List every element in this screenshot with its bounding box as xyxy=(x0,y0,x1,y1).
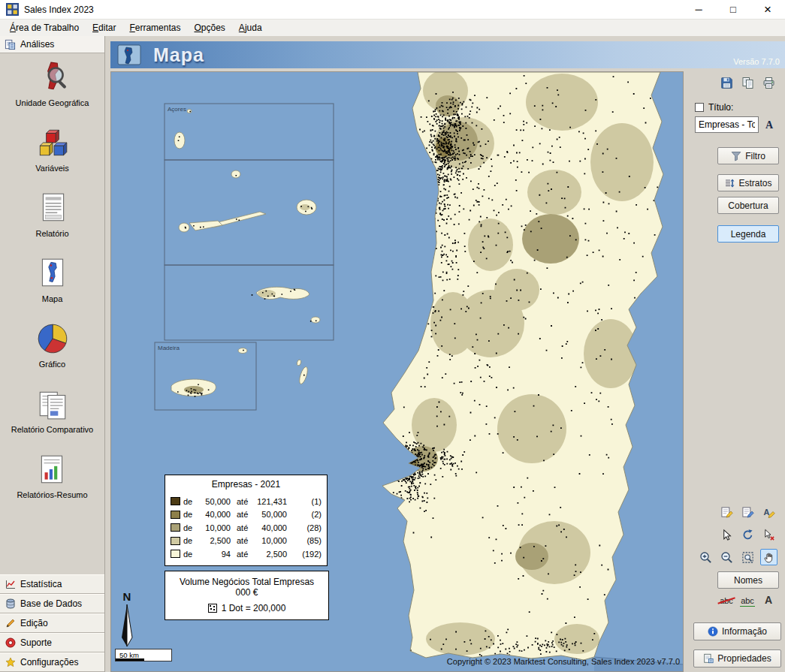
sidebar-item-cubes[interactable]: Variáveis xyxy=(0,123,104,188)
sidebar-item-geo-unit[interactable]: Unidade Geográfica xyxy=(0,58,104,123)
map-copyright: Copyright © 2023 Marktest Consulting, Sa… xyxy=(447,657,680,666)
sidebar-item-pie-chart[interactable]: Gráfico xyxy=(0,319,104,384)
compass-needle-icon xyxy=(118,603,136,649)
filter-icon xyxy=(731,151,741,161)
tool-zoom-in-button[interactable] xyxy=(697,549,714,565)
legend-swatch xyxy=(171,497,180,505)
nomes-button[interactable]: Nomes xyxy=(717,571,779,589)
titulo-label: Título: xyxy=(708,102,733,113)
zoom-fit-icon xyxy=(741,551,754,564)
legend-row-0: de50,000até121,431(1) xyxy=(171,495,322,508)
sidebar-header-label: Análises xyxy=(20,39,54,50)
sidebar-item-report-summary[interactable]: Relatórios-Resumo xyxy=(0,450,104,515)
tool-draw-note-button[interactable] xyxy=(718,504,735,520)
print-button[interactable] xyxy=(760,74,777,91)
geo-unit-icon xyxy=(35,60,70,95)
deselect-icon xyxy=(762,529,775,541)
titulo-checkbox[interactable] xyxy=(695,103,704,112)
scale-tick xyxy=(116,658,144,661)
labels-off-button[interactable]: abc xyxy=(717,594,736,607)
titulo-font-button[interactable]: A xyxy=(762,118,776,133)
titlebar: Sales Index 2023 ─ □ × xyxy=(0,0,785,20)
legenda-button[interactable]: Legenda xyxy=(717,225,779,243)
sidebar-section-database[interactable]: Base de Dados xyxy=(0,594,104,613)
support-icon xyxy=(5,637,16,648)
estratos-button[interactable]: Estratos xyxy=(717,174,779,191)
info-icon xyxy=(708,626,718,637)
report-compare-icon xyxy=(35,387,70,421)
cursor-icon xyxy=(720,529,733,541)
page-banner: Mapa Versão 7.7.0 xyxy=(110,41,785,68)
legend-swatch xyxy=(171,523,180,532)
print-icon xyxy=(762,77,775,89)
cobertura-button[interactable]: Cobertura xyxy=(717,197,779,214)
sidebar-section-star[interactable]: Configurações xyxy=(0,652,104,672)
propriedades-button[interactable]: Propriedades xyxy=(693,649,781,667)
close-button[interactable]: × xyxy=(750,0,785,19)
app-icon xyxy=(6,3,19,16)
pie-chart-icon xyxy=(35,321,70,356)
stats-icon xyxy=(5,579,16,589)
minimize-button[interactable]: ─ xyxy=(681,0,716,19)
pencil-icon xyxy=(5,618,16,628)
map-legend: Empresas - 2021 de50,000até121,431(1)de4… xyxy=(165,475,328,566)
madeira-label: Madeira xyxy=(158,345,180,351)
maximize-button[interactable]: □ xyxy=(716,0,750,19)
menu-item-4[interactable]: Ajuda xyxy=(232,21,269,35)
scale-bar: 50 km xyxy=(115,649,172,661)
menu-item-1[interactable]: Editar xyxy=(86,21,122,35)
zoom-in-icon xyxy=(699,551,712,564)
dot-symbol-icon xyxy=(208,604,217,613)
north-label: N xyxy=(117,590,137,603)
sidebar-header[interactable]: Análises xyxy=(0,36,104,53)
sidebar-section-pencil[interactable]: Edição xyxy=(0,613,104,633)
page-title: Mapa xyxy=(153,44,204,66)
map-canvas[interactable]: Açores Madeira Empresas - 2021 de50,000a… xyxy=(110,71,684,672)
copy-icon xyxy=(741,77,754,89)
legend-swatch xyxy=(171,550,180,558)
filtro-button[interactable]: Filtro xyxy=(717,147,779,164)
tool-pan-button[interactable] xyxy=(760,549,777,565)
right-panel: Título: A Filtro Estratos Cobertura Lege… xyxy=(684,68,785,672)
sidebar-item-report[interactable]: Relatório xyxy=(0,188,104,254)
sidebar-section-stats[interactable]: Estatística xyxy=(0,574,104,594)
menu-item-0[interactable]: Área de Trabalho xyxy=(3,21,86,35)
tool-rotate-button[interactable] xyxy=(739,526,756,543)
tool-deselect-button[interactable] xyxy=(760,526,777,543)
draw-note-icon xyxy=(720,506,733,519)
tool-label-edit-button[interactable]: A xyxy=(760,504,777,520)
sidebar-item-report-compare[interactable]: Relatório Comparativo xyxy=(0,384,104,450)
legend-row-1: de40,000até50,000(2) xyxy=(171,508,322,522)
zoom-out-icon xyxy=(720,551,733,564)
menu-item-3[interactable]: Opções xyxy=(187,21,231,35)
save-button[interactable] xyxy=(718,74,735,91)
version-label: Versão 7.7.0 xyxy=(733,57,780,66)
legend-row-4: de94até2,500(192) xyxy=(171,547,322,561)
edit-note-icon xyxy=(741,506,754,519)
volume-line2: 000 € xyxy=(168,587,325,598)
rotate-icon xyxy=(741,529,754,541)
label-font-button[interactable]: A xyxy=(759,593,778,607)
cubes-icon xyxy=(35,125,70,160)
legend-swatch xyxy=(171,537,180,545)
copy-button[interactable] xyxy=(739,74,756,91)
informacao-button[interactable]: Informação xyxy=(693,622,781,640)
labels-on-button[interactable]: abc xyxy=(738,594,757,607)
database-icon xyxy=(5,598,16,609)
volume-legend: Volume Negócios Total Empresas 000 € 1 D… xyxy=(165,571,329,620)
map-doc-icon xyxy=(35,256,70,291)
menu-item-2[interactable]: Ferramentas xyxy=(122,21,187,35)
sidebar-section-support[interactable]: Suporte xyxy=(0,633,104,652)
titulo-input[interactable] xyxy=(695,116,759,133)
save-icon xyxy=(720,77,733,89)
svg-text:A: A xyxy=(763,507,769,516)
tool-zoom-out-button[interactable] xyxy=(718,549,735,565)
strata-icon xyxy=(724,178,735,188)
north-arrow: N xyxy=(117,590,137,649)
analyses-icon xyxy=(5,39,16,50)
volume-line1: Volume Negócios Total Empresas xyxy=(168,577,325,587)
tool-zoom-fit-button[interactable] xyxy=(739,549,756,565)
tool-cursor-button[interactable] xyxy=(718,526,735,543)
tool-edit-note-button[interactable] xyxy=(739,504,756,520)
sidebar-item-map-doc[interactable]: Mapa xyxy=(0,254,104,319)
